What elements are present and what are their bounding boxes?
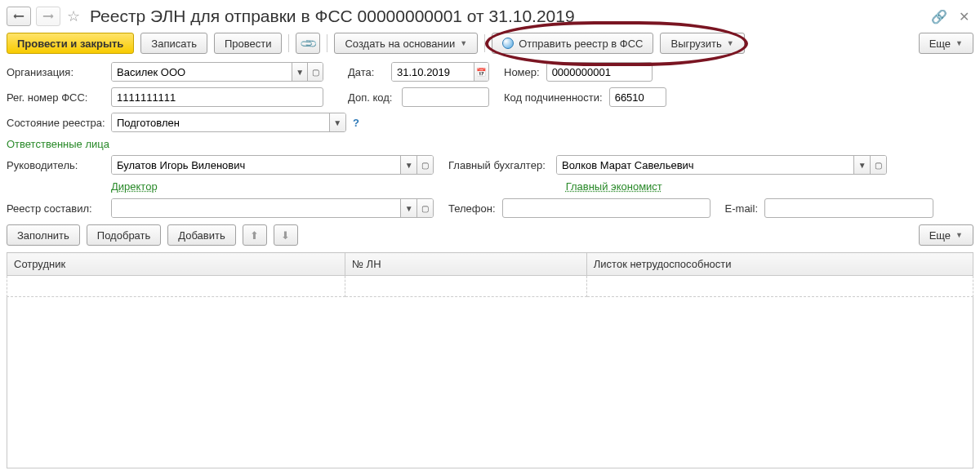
col-ln[interactable]: № ЛН — [345, 253, 587, 276]
table-row[interactable] — [7, 276, 973, 297]
open-addon[interactable]: ▢ — [416, 199, 433, 217]
col-employee[interactable]: Сотрудник — [7, 253, 345, 276]
dropdown-addon[interactable]: ▼ — [329, 113, 345, 131]
link-icon[interactable]: 🔗 — [929, 7, 949, 26]
fill-button[interactable]: Заполнить — [7, 224, 80, 246]
state-input[interactable] — [112, 113, 329, 131]
responsible-section-title: Ответственные лица — [7, 138, 973, 150]
more-sub-label: Еще — [929, 229, 951, 242]
select-label: Подобрать — [97, 229, 150, 242]
export-button[interactable]: Выгрузить▼ — [660, 33, 744, 54]
head-label: Руководитель: — [7, 159, 105, 171]
back-button[interactable]: 🠔 — [7, 7, 31, 26]
save-button[interactable]: Записать — [140, 33, 207, 54]
move-down-button[interactable]: ⬇ — [274, 224, 298, 246]
dropdown-addon[interactable]: ▼ — [292, 63, 307, 81]
sub-code-input[interactable] — [609, 87, 666, 107]
toolbar-separator — [484, 34, 485, 52]
create-based-button[interactable]: Создать на основании▼ — [334, 33, 478, 54]
reg-fss-label: Рег. номер ФСС: — [7, 91, 105, 104]
dropdown-addon[interactable]: ▼ — [853, 156, 870, 174]
post-button[interactable]: Провести — [214, 33, 283, 54]
fill-label: Заполнить — [17, 229, 69, 242]
move-up-button[interactable]: ⬆ — [243, 224, 267, 246]
post-label: Провести — [225, 38, 272, 50]
calendar-addon[interactable]: 📅 — [474, 63, 488, 81]
registry-table: Сотрудник № ЛН Листок нетрудоспособности — [7, 252, 973, 297]
chevron-down-icon: ▼ — [727, 39, 734, 47]
chevron-down-icon: ▼ — [956, 231, 963, 239]
dop-code-label: Доп. код: — [348, 91, 395, 104]
dropdown-addon[interactable]: ▼ — [400, 199, 416, 217]
head-input[interactable] — [112, 156, 400, 174]
accountant-input[interactable] — [557, 156, 853, 174]
org-input[interactable] — [112, 63, 292, 81]
reg-fss-input[interactable] — [111, 87, 323, 107]
phone-label: Телефон: — [448, 202, 496, 215]
number-label: Номер: — [504, 66, 540, 78]
select-button[interactable]: Подобрать — [87, 224, 161, 246]
post-and-close-label: Провести и закрыть — [17, 38, 123, 50]
org-label: Организация: — [7, 66, 105, 78]
email-label: E-mail: — [725, 202, 758, 215]
open-addon[interactable]: ▢ — [416, 156, 433, 174]
post-and-close-button[interactable]: Провести и закрыть — [7, 33, 134, 54]
col-sheet[interactable]: Листок нетрудоспособности — [586, 253, 973, 276]
open-addon[interactable]: ▢ — [307, 63, 323, 81]
number-input[interactable] — [546, 62, 653, 82]
compiled-input[interactable] — [112, 199, 400, 217]
favorite-icon[interactable]: ☆ — [65, 8, 82, 24]
compiled-label: Реестр составил: — [7, 202, 105, 215]
accountant-label: Главный бухгалтер: — [448, 159, 550, 171]
dop-code-input[interactable] — [402, 87, 489, 107]
help-icon[interactable]: ? — [353, 117, 359, 129]
open-addon[interactable]: ▢ — [870, 156, 886, 174]
export-label: Выгрузить — [670, 38, 721, 50]
date-input[interactable] — [392, 63, 474, 81]
phone-input[interactable] — [502, 198, 710, 218]
more-button-sub[interactable]: Еще▼ — [919, 224, 973, 246]
chevron-down-icon: ▼ — [956, 39, 963, 47]
toolbar-separator — [327, 34, 327, 52]
forward-button[interactable]: 🠖 — [36, 7, 60, 26]
paperclip-icon: 📎 — [299, 33, 318, 52]
date-label: Дата: — [348, 66, 385, 78]
add-button[interactable]: Добавить — [167, 224, 235, 246]
sub-code-label: Код подчиненности: — [504, 91, 603, 104]
send-registry-label: Отправить реестр в ФСС — [519, 38, 643, 50]
send-registry-button[interactable]: Отправить реестр в ФСС — [492, 33, 653, 54]
close-icon[interactable]: ✕ — [954, 7, 973, 26]
table-empty-area[interactable] — [7, 297, 973, 468]
state-label: Состояние реестра: — [7, 117, 105, 129]
add-label: Добавить — [178, 229, 225, 242]
more-button[interactable]: Еще▼ — [919, 33, 973, 54]
head-position-link[interactable]: Директор — [111, 180, 158, 193]
toolbar-separator — [288, 34, 289, 52]
globe-icon — [502, 38, 514, 49]
email-input[interactable] — [764, 198, 933, 218]
save-label: Записать — [151, 38, 197, 50]
chevron-down-icon: ▼ — [460, 39, 467, 47]
dropdown-addon[interactable]: ▼ — [400, 156, 416, 174]
create-based-label: Создать на основании — [345, 38, 455, 50]
accountant-position-link[interactable]: Главный экономист — [566, 180, 662, 193]
page-title: Реестр ЭЛН для отправки в ФСС 0000000000… — [90, 7, 924, 26]
more-label: Еще — [929, 38, 951, 50]
attach-button[interactable]: 📎 — [296, 33, 320, 54]
